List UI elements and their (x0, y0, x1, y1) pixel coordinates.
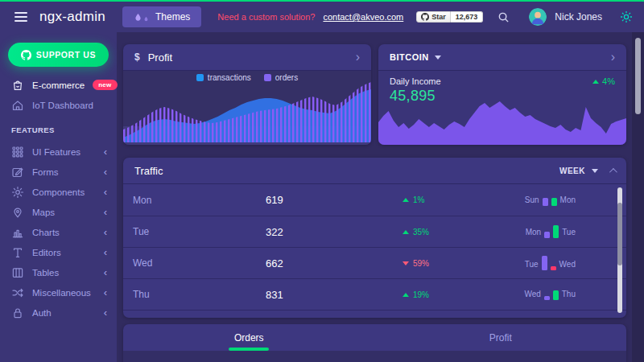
traffic-scrollbar-track[interactable] (617, 187, 622, 313)
themes-button[interactable]: Themes (122, 6, 201, 27)
arrow-up-icon (402, 230, 409, 234)
avatar[interactable] (529, 8, 547, 26)
tab-profit[interactable]: Profit (375, 324, 627, 351)
page-scrollbar-thumb[interactable] (635, 38, 641, 114)
bitcoin-selector[interactable]: BITCOIN (390, 52, 441, 62)
week-period-label: WEEK (559, 167, 585, 175)
caret-down-icon (592, 169, 598, 173)
sidebar-menu: E-commercenewIoT DashboardFEATURESUI Fea… (0, 75, 117, 323)
compare-mini-chart: TueWed (525, 256, 576, 270)
map-pin-icon (11, 206, 24, 219)
traffic-card: Traffic WEEK Mon6191%SunMonTue32235%MonT… (123, 158, 626, 318)
profit-legend: transactionsorders (123, 73, 371, 82)
chevron-left-icon: ‹ (104, 207, 107, 217)
compare-bar (553, 225, 559, 238)
sidebar-item-ui-features[interactable]: UI Features‹ (0, 142, 117, 162)
legend-swatch (264, 74, 271, 81)
user-name[interactable]: Nick Jones (555, 11, 602, 23)
sidebar-item-maps[interactable]: Maps‹ (0, 202, 117, 222)
brand-area: ngx-admin (0, 9, 114, 25)
github-star-label: Star (431, 13, 446, 21)
traffic-value: 831 (266, 289, 402, 301)
text-icon (11, 246, 24, 259)
traffic-row-tue: Tue32235%MonTue (123, 216, 626, 247)
menu-toggle-icon[interactable] (14, 12, 27, 22)
compare-left-label: Sun (525, 195, 539, 206)
main-content: $ Profit › transactionsorders BITCOIN › (117, 32, 644, 362)
sidebar-item-iot-dashboard[interactable]: IoT Dashboard (0, 95, 117, 115)
week-period-selector[interactable]: WEEK (559, 167, 598, 175)
traffic-row-fri: Fri7230%ThuFri (123, 310, 626, 318)
sidebar-item-auth[interactable]: Auth‹ (0, 302, 117, 323)
bitcoin-title: BITCOIN (390, 52, 429, 62)
dollar-icon: $ (134, 51, 140, 63)
traffic-delta-value: 35% (413, 228, 429, 237)
bitcoin-delta: 4% (592, 76, 615, 86)
traffic-delta-value: 1% (413, 195, 424, 204)
tabs-row: OrdersProfit (123, 324, 626, 351)
traffic-scrollbar-thumb[interactable] (617, 203, 622, 265)
compare-right-label: Mon (560, 195, 576, 206)
traffic-delta-value: 59% (413, 259, 429, 268)
sidebar-item-forms[interactable]: Forms‹ (0, 162, 117, 182)
legend-item-orders[interactable]: orders (264, 73, 298, 82)
profit-chart-area: transactionsorders (123, 71, 371, 145)
top-accent-bar (0, 0, 644, 2)
github-star-count: 12,673 (451, 11, 484, 23)
compare-left-label: Mon (526, 227, 541, 238)
app-logo[interactable]: ngx-admin (39, 9, 105, 25)
day-label: Mon (133, 195, 266, 206)
collapse-chevron-icon[interactable] (609, 167, 617, 175)
bitcoin-delta-value: 4% (602, 76, 615, 86)
sidebar-item-tables[interactable]: Tables‹ (0, 262, 117, 282)
components-icon (11, 186, 24, 199)
traffic-delta: 59% (402, 259, 525, 268)
sidebar-item-e-commerce[interactable]: E-commercenew (0, 75, 117, 95)
github-star-badge[interactable]: Star 12,673 (416, 11, 483, 23)
traffic-value: 619 (266, 194, 402, 206)
sidebar-item-label: Auth (32, 308, 52, 318)
page-scrollbar-track[interactable] (632, 32, 644, 362)
lock-icon (11, 306, 24, 319)
settings-gear-icon[interactable] (620, 10, 633, 23)
sidebar-item-charts[interactable]: Charts‹ (0, 222, 117, 242)
compare-right-label: Thu (562, 289, 576, 300)
bitcoin-body: Daily Income 45,895 4% (378, 71, 626, 145)
tab-label: Profit (489, 332, 512, 343)
compare-mini-chart: MonTue (526, 225, 576, 238)
traffic-rows: Mon6191%SunMonTue32235%MonTueWed66259%Tu… (123, 184, 626, 318)
menu-section-label: FEATURES (0, 115, 117, 142)
chevron-left-icon: ‹ (104, 287, 107, 298)
sidebar-item-label: Tables (32, 268, 59, 278)
contact-link[interactable]: contact@akveo.com (323, 12, 403, 22)
new-badge: new (93, 80, 117, 90)
sidebar-item-components[interactable]: Components‹ (0, 182, 117, 202)
bitcoin-stat-row: Daily Income 45,895 4% (378, 71, 626, 105)
sidebar-item-miscellaneous[interactable]: Miscellaneous‹ (0, 282, 117, 302)
tab-orders[interactable]: Orders (123, 324, 375, 351)
day-label: Wed (133, 257, 266, 269)
traffic-delta: 1% (402, 195, 525, 204)
chevron-left-icon: ‹ (104, 247, 107, 257)
legend-item-transactions[interactable]: transactions (196, 73, 251, 82)
arrow-down-icon (402, 261, 409, 265)
sidebar: SUPPORT US E-commercenewIoT DashboardFEA… (0, 32, 117, 362)
arrow-up-icon (402, 293, 409, 297)
bitcoin-card-header: BITCOIN › (378, 44, 626, 71)
caret-down-icon (435, 56, 441, 60)
chevron-right-icon[interactable]: › (611, 51, 615, 64)
promo-text: Need a custom solution? (217, 12, 315, 22)
sidebar-item-label: Forms (32, 167, 59, 177)
sidebar-item-editors[interactable]: Editors‹ (0, 242, 117, 262)
chevron-right-icon[interactable]: › (356, 51, 360, 64)
compare-bar (544, 232, 550, 238)
sidebar-item-label: IoT Dashboard (32, 101, 93, 110)
bitcoin-card: BITCOIN › Daily Income 45,895 4% (378, 44, 626, 145)
sidebar-item-label: Components (32, 187, 85, 197)
profit-card-header: $ Profit › (123, 44, 371, 71)
support-us-button[interactable]: SUPPORT US (8, 43, 109, 67)
search-icon[interactable] (497, 11, 510, 23)
sidebar-item-label: Maps (32, 208, 55, 217)
chevron-left-icon: ‹ (104, 187, 107, 197)
traffic-card-title: Traffic (134, 165, 163, 177)
